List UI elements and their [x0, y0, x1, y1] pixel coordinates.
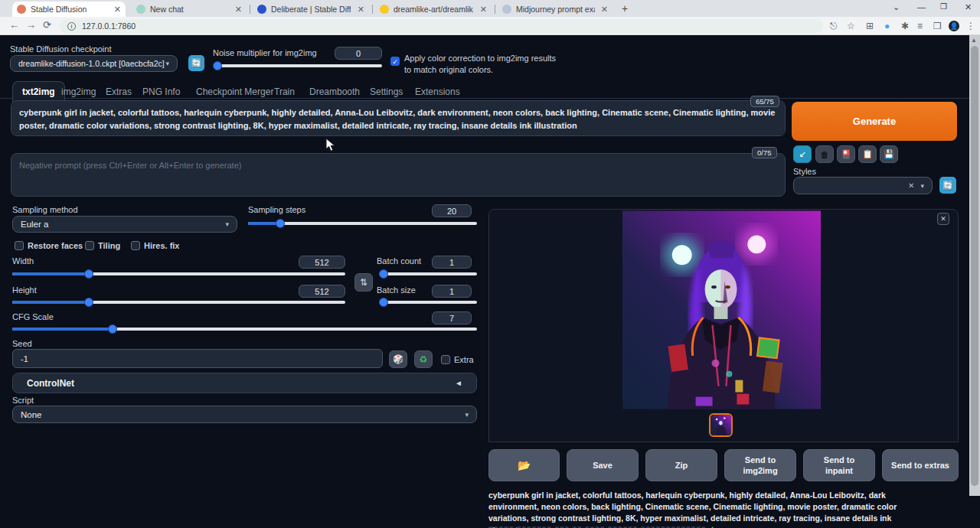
- zip-button[interactable]: Zip: [645, 449, 717, 481]
- width-value[interactable]: 512: [299, 256, 345, 269]
- tab-settings[interactable]: Settings: [368, 82, 404, 102]
- sampling-steps-slider[interactable]: [248, 222, 477, 225]
- clear-selection-icon[interactable]: ✕: [908, 181, 914, 190]
- close-image-button[interactable]: ✕: [937, 213, 949, 225]
- restore-faces-checkbox[interactable]: [15, 241, 24, 250]
- browser-tab-stable-diffusion[interactable]: Stable Diffusion ✕: [12, 2, 126, 17]
- slider-handle[interactable]: [84, 269, 93, 279]
- controlnet-accordion[interactable]: ControlNet ◄: [12, 373, 477, 393]
- scrollbar-up-icon[interactable]: ▲: [971, 37, 977, 44]
- script-value: None: [21, 410, 42, 419]
- reading-list-icon[interactable]: ≡: [917, 21, 923, 31]
- slider-handle[interactable]: [276, 219, 285, 228]
- side-panel-icon[interactable]: ❒: [933, 21, 942, 31]
- profile-avatar[interactable]: 👤: [949, 21, 959, 31]
- seed-input[interactable]: [12, 349, 383, 368]
- sampling-steps-value[interactable]: 20: [432, 204, 472, 217]
- new-tab-button[interactable]: +: [622, 2, 628, 15]
- open-folder-button[interactable]: 📂: [488, 449, 560, 481]
- reload-icon[interactable]: ⟳: [43, 19, 51, 31]
- minimize-icon[interactable]: —: [917, 2, 926, 11]
- tab-close-icon[interactable]: ✕: [474, 5, 487, 15]
- scrollbar-thumb[interactable]: [971, 46, 978, 486]
- generated-image[interactable]: [622, 210, 821, 409]
- cfg-scale-value[interactable]: 7: [432, 311, 472, 324]
- checkpoint-dropdown[interactable]: dreamlike-diffusion-1.0.ckpt [0aecbcfa2c…: [10, 55, 178, 72]
- controlnet-label: ControlNet: [27, 378, 74, 389]
- tab-close-icon[interactable]: ✕: [108, 5, 121, 15]
- close-window-icon[interactable]: ✕: [965, 2, 972, 12]
- generate-button[interactable]: Generate: [792, 102, 957, 141]
- save-button[interactable]: Save: [567, 449, 639, 481]
- recycle-icon: ♻: [420, 354, 428, 365]
- styles-refresh-button[interactable]: 🔄: [939, 177, 956, 194]
- negative-prompt-input[interactable]: [11, 153, 786, 197]
- batch-size-value[interactable]: 1: [432, 285, 472, 298]
- styles-dropdown[interactable]: ✕ ▾: [793, 177, 933, 194]
- prompt-input[interactable]: cyberpunk girl in jacket, colorful tatto…: [11, 100, 786, 136]
- tab-img2img[interactable]: img2img: [60, 82, 97, 102]
- extension-grid-icon[interactable]: ⊞: [866, 21, 874, 31]
- cfg-scale-slider[interactable]: [12, 328, 477, 331]
- slider-handle[interactable]: [108, 324, 117, 334]
- chevron-down-icon: ▾: [225, 220, 229, 228]
- noise-multiplier-slider[interactable]: [214, 64, 382, 67]
- sampling-method-dropdown[interactable]: Euler a ▾: [12, 216, 237, 233]
- send-to-img2img-button[interactable]: Send to img2img: [724, 449, 796, 481]
- tab-close-icon[interactable]: ✕: [595, 5, 608, 15]
- tab-extras[interactable]: Extras: [104, 82, 133, 102]
- height-slider[interactable]: [12, 301, 345, 304]
- extension-blue-icon[interactable]: ●: [884, 21, 890, 31]
- hires-fix-checkbox[interactable]: [131, 241, 140, 250]
- noise-multiplier-value[interactable]: 0: [335, 47, 382, 60]
- reuse-seed-button[interactable]: ♻: [414, 350, 433, 368]
- forward-icon[interactable]: →: [26, 19, 36, 31]
- send-to-inpaint-button[interactable]: Send to inpaint: [803, 449, 875, 481]
- browser-tab-deliberate[interactable]: Deliberate | Stable Diffusion Che ✕: [253, 2, 369, 17]
- tab-extensions[interactable]: Extensions: [413, 82, 462, 102]
- tab-train[interactable]: Train: [273, 82, 296, 102]
- paste-params-button[interactable]: ↙: [793, 145, 812, 163]
- slider-handle[interactable]: [379, 298, 388, 307]
- batch-size-slider[interactable]: [379, 301, 477, 304]
- result-thumbnail[interactable]: [709, 413, 733, 437]
- tab-txt2img[interactable]: txt2img: [12, 81, 65, 103]
- tiling-checkbox[interactable]: [85, 241, 94, 250]
- swap-dimensions-button[interactable]: ⇅: [354, 273, 373, 292]
- tab-png-info[interactable]: PNG Info: [141, 82, 181, 102]
- send-to-extras-button[interactable]: Send to extras: [882, 449, 959, 481]
- browser-tab-new-chat[interactable]: New chat ✕: [132, 2, 247, 17]
- restore-icon[interactable]: ❐: [940, 2, 947, 11]
- slider-handle[interactable]: [84, 298, 93, 307]
- extra-networks-button[interactable]: 🎴: [837, 145, 855, 163]
- slider-handle[interactable]: [213, 61, 222, 70]
- batch-count-slider[interactable]: [379, 272, 477, 275]
- browser-tab-dreamlike[interactable]: dreamlike-art/dreamlike-diffusio ✕: [375, 2, 492, 17]
- extensions-puzzle-icon[interactable]: ✱: [901, 21, 909, 31]
- clipped-info-line: ▮▮▮▮▮ ▮▮▮▮▮▮▮ ▮▮▮ ▮▮ ▮▮▮▮ ▮▮▮▮▮▮ ▮▮▮▮▮▮▮…: [488, 524, 922, 528]
- chevron-down-icon[interactable]: ⌄: [893, 2, 900, 12]
- browser-tab-midjourney[interactable]: Midjourney prompt examples : L ✕: [498, 2, 612, 17]
- width-slider[interactable]: [12, 272, 345, 275]
- tab-close-icon[interactable]: ✕: [351, 5, 364, 15]
- menu-dots-icon[interactable]: ⋮: [966, 21, 975, 31]
- color-correction-checkbox[interactable]: ✓: [390, 57, 400, 66]
- random-seed-button[interactable]: 🎲: [389, 350, 407, 368]
- tab-close-icon[interactable]: ✕: [229, 5, 242, 15]
- checkpoint-refresh-button[interactable]: 🔄: [188, 55, 204, 71]
- clear-prompt-button[interactable]: 🗑: [815, 145, 834, 163]
- tab-checkpoint-merger[interactable]: Checkpoint Merger: [194, 82, 275, 102]
- tab-dreambooth[interactable]: Dreambooth: [308, 82, 361, 102]
- height-value[interactable]: 512: [299, 285, 345, 298]
- share-icon[interactable]: ⎋: [830, 21, 838, 31]
- site-info-icon[interactable]: i: [67, 22, 76, 31]
- back-icon[interactable]: ←: [9, 19, 19, 31]
- extra-seed-checkbox[interactable]: [441, 355, 450, 364]
- save-style-button[interactable]: 💾: [880, 145, 898, 163]
- bookmark-star-icon[interactable]: ☆: [847, 21, 855, 31]
- apply-style-button[interactable]: 📋: [858, 145, 877, 163]
- slider-handle[interactable]: [379, 269, 388, 279]
- batch-count-value[interactable]: 1: [432, 256, 472, 269]
- address-bar[interactable]: i 127.0.0.1:7860: [60, 19, 823, 33]
- script-dropdown[interactable]: None ▾: [12, 406, 477, 423]
